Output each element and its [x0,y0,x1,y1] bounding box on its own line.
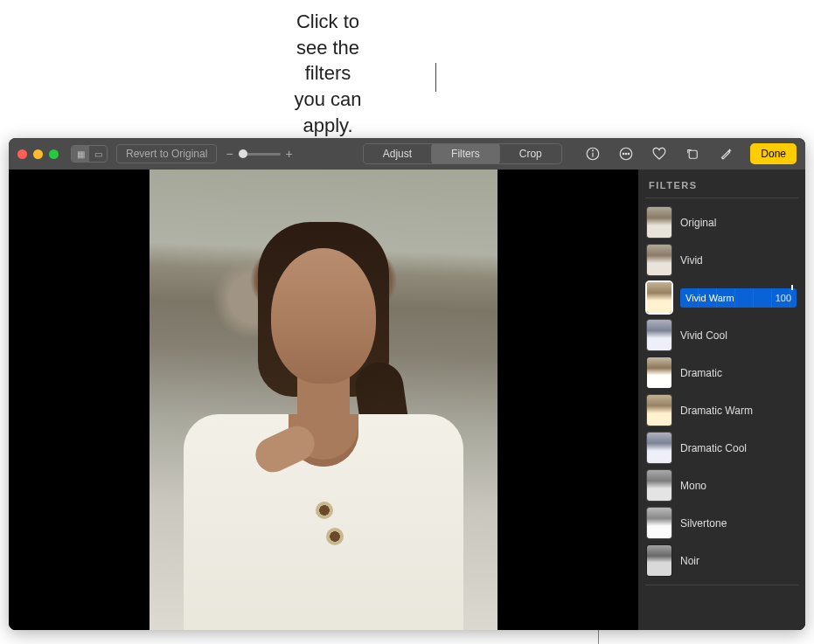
tab-adjust[interactable]: Adjust [364,144,431,163]
zoom-out-icon[interactable]: − [226,147,233,161]
filters-panel: FILTERS OriginalVividVivid Warm100Vivid … [637,170,805,630]
thumbnails-grid-icon: ▦ [72,146,89,162]
tab-filters[interactable]: Filters [432,144,499,163]
filter-label: Silvertone [680,517,797,530]
filter-thumbnail [647,545,671,576]
info-icon[interactable] [581,143,605,164]
filter-thumbnail [647,395,671,426]
more-icon[interactable] [614,143,638,164]
thumbnails-toggle[interactable]: ▦ ▭ [71,145,108,163]
filter-label: Mono [680,480,797,492]
filter-label: Vivid [680,254,797,267]
filter-thumbnail [647,470,671,501]
zoom-in-icon[interactable]: + [286,147,293,161]
filters-list: OriginalVividVivid Warm100Vivid CoolDram… [645,205,798,578]
filter-label: Dramatic Cool [680,442,797,454]
thumbnails-single-icon: ▭ [89,146,107,162]
filter-row-vivid[interactable]: Vivid [645,243,798,277]
filter-row-original[interactable]: Original [645,205,798,239]
filter-thumbnail [647,433,671,463]
favorite-heart-icon[interactable] [647,143,671,164]
filter-thumbnail [647,245,671,275]
filter-label: Vivid Warm [685,293,734,303]
filter-label: Original [680,217,797,229]
close-window-button[interactable] [17,149,27,159]
photo-canvas[interactable] [9,170,637,630]
panel-title: FILTERS [645,178,798,198]
filter-thumbnail [647,207,671,238]
revert-to-original-button[interactable]: Revert to Original [116,144,217,163]
editor-body: FILTERS OriginalVividVivid Warm100Vivid … [9,170,805,630]
filter-thumbnail [647,508,671,538]
zoom-slider-knob[interactable] [239,149,247,158]
zoom-slider[interactable] [239,153,281,156]
filter-thumbnail [647,357,671,388]
filter-thumbnail [647,282,671,313]
callout-filters-tab: Click to see thefilters you can apply. [0,0,367,138]
photo-preview [150,170,497,630]
filter-row-dramatic[interactable]: Dramatic [645,356,798,390]
filter-label: Dramatic [680,367,797,379]
filter-row-mono[interactable]: Mono [645,468,798,502]
filter-thumbnail [647,320,671,350]
edit-mode-segmented: Adjust Filters Crop [363,143,562,164]
filter-intensity-value: 100 [776,293,791,303]
callout-line [435,63,436,92]
window-controls [17,149,59,159]
fullscreen-window-button[interactable] [49,149,59,159]
filter-row-dramatic-cool[interactable]: Dramatic Cool [645,431,798,465]
filter-label: Dramatic Warm [680,405,797,417]
app-window: ▦ ▭ Revert to Original − + Adjust Filter… [9,138,805,630]
svg-point-5 [626,154,628,156]
done-button[interactable]: Done [750,143,797,164]
filter-row-vivid-warm[interactable]: Vivid Warm100 [645,280,798,315]
svg-rect-7 [690,151,698,159]
separator [645,585,798,585]
filter-intensity-slider[interactable]: Vivid Warm100 [680,288,797,308]
svg-point-6 [629,154,630,156]
svg-point-2 [593,150,594,151]
filter-label: Noir [680,555,797,567]
svg-point-4 [623,154,625,156]
filter-row-silvertone[interactable]: Silvertone [645,506,798,540]
auto-enhance-icon[interactable] [713,143,738,164]
toolbar: ▦ ▭ Revert to Original − + Adjust Filter… [9,138,805,170]
filter-row-vivid-cool[interactable]: Vivid Cool [645,318,798,352]
zoom-slider-group: − + [226,147,292,161]
filter-row-dramatic-warm[interactable]: Dramatic Warm [645,393,798,427]
rotate-icon[interactable] [680,143,705,164]
filter-label: Vivid Cool [680,329,797,342]
minimize-window-button[interactable] [33,149,43,159]
tab-crop[interactable]: Crop [500,144,561,163]
filter-row-noir[interactable]: Noir [645,544,798,578]
